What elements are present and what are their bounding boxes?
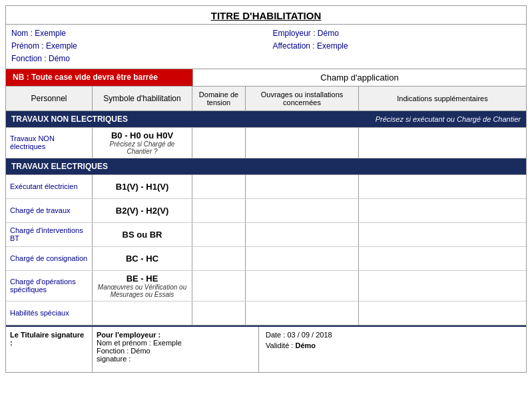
- section-elec-note: [192, 163, 526, 170]
- affectation-value: Exemple: [317, 41, 348, 51]
- prenom-value: Exemple: [46, 41, 77, 51]
- cell-personnel-charge-travaux: Chargé de travaux: [6, 199, 93, 222]
- cell-ouvrages-operations: [246, 271, 359, 301]
- info-left: Nom : Exemple Prénom : Exemple Fonction …: [11, 27, 260, 66]
- nom-label: Nom :: [11, 29, 35, 38]
- cell-domaine-executant: [192, 175, 246, 198]
- header-domaine: Domaine de tension: [192, 87, 246, 110]
- row-charge-travaux: Chargé de travaux B2(V) - H2(V): [6, 199, 526, 223]
- row-charge-consignation: Chargé de consignation BC - HC: [6, 247, 526, 271]
- champ-application: Champ d'application: [192, 69, 526, 86]
- section-elec-header: TRAVAUX ELECTRIQUES: [6, 158, 526, 175]
- cell-personnel-non-elec: Travaux NON électriques: [6, 128, 93, 158]
- row-charge-operations: Chargé d'opérations spécifiques BE - HE …: [6, 271, 526, 302]
- title-row: TITRE D'HABILITATION: [6, 6, 526, 25]
- cell-ouvrages-interventions: [246, 223, 359, 246]
- cell-personnel-executant: Exécutant électricien: [6, 175, 93, 198]
- cell-symbole-executant: B1(V) - H1(V): [93, 175, 192, 198]
- cell-domaine-habilites: [192, 302, 246, 325]
- nom-value: Exemple: [35, 29, 66, 38]
- champ-text: Champ d'application: [320, 73, 398, 83]
- affectation-label: Affectation :: [273, 41, 318, 51]
- section-non-elec-note: Précisez si exécutant ou Chargé de Chant…: [192, 112, 526, 126]
- row-travaux-non-elec: Travaux NON électriques B0 - H0 ou H0V P…: [6, 128, 526, 158]
- cell-personnel-consignation: Chargé de consignation: [6, 247, 93, 270]
- row-habilites-speciaux: Habilités spéciaux: [6, 302, 526, 325]
- nom-prenom-line: Nom et prénom : Exemple: [97, 339, 254, 347]
- cell-domaine-non-elec: [192, 128, 246, 158]
- cell-indications-consignation: [359, 247, 526, 270]
- footer-row: Le Titulaire signature : Pour l'employeu…: [6, 325, 526, 372]
- employeur-line: Employeur : Démo: [273, 27, 521, 40]
- column-headers: Personnel Symbole d'habilitation Domaine…: [6, 87, 526, 111]
- header-indications: Indications supplémentaires: [359, 87, 526, 110]
- section-non-elec-title: TRAVAUX NON ELECTRIQUES: [6, 111, 192, 127]
- nom-line: Nom : Exemple: [11, 27, 260, 40]
- fonction-label: Fonction :: [11, 54, 49, 63]
- cell-symbole-operations: BE - HE Manœuvres ou Vérification ou Mes…: [93, 271, 192, 301]
- cell-ouvrages-consignation: [246, 247, 359, 270]
- row-executant: Exécutant électricien B1(V) - H1(V): [6, 175, 526, 199]
- cell-indications-executant: [359, 175, 526, 198]
- cell-symbole-non-elec: B0 - H0 ou H0V Précisez si Chargé de Cha…: [93, 128, 192, 158]
- cell-domaine-interventions: [192, 223, 246, 246]
- cell-ouvrages-non-elec: [246, 128, 359, 158]
- fonction-line: Fonction : Démo: [11, 53, 260, 65]
- cell-indications-non-elec: [359, 128, 526, 158]
- page-title: TITRE D'HABILITATION: [211, 10, 322, 21]
- footer-signature: Le Titulaire signature :: [6, 327, 93, 372]
- info-section: Nom : Exemple Prénom : Exemple Fonction …: [6, 25, 526, 69]
- header-symbole: Symbole d'habilitation: [93, 87, 192, 110]
- cell-symbole-interventions: BS ou BR: [93, 223, 192, 246]
- affectation-line: Affectation : Exemple: [273, 40, 521, 53]
- row-charge-interventions: Chargé d'interventions BT BS ou BR: [6, 223, 526, 247]
- cell-symbole-habilites: [93, 302, 192, 325]
- cell-ouvrages-charge-travaux: [246, 199, 359, 222]
- cell-indications-interventions: [359, 223, 526, 246]
- validite-line: Validité : Démo: [266, 341, 519, 349]
- cell-indications-habilites: [359, 302, 526, 325]
- cell-domaine-charge-travaux: [192, 199, 246, 222]
- cell-ouvrages-executant: [246, 175, 359, 198]
- cell-domaine-consignation: [192, 247, 246, 270]
- pour-employeur-label: Pour l'employeur :: [97, 331, 254, 339]
- header-personnel: Personnel: [6, 87, 93, 110]
- footer-fonction-line: Fonction : Démo: [97, 347, 254, 355]
- cell-symbole-charge-travaux: B2(V) - H2(V): [93, 199, 192, 222]
- fonction-value: Démo: [49, 54, 70, 63]
- nb-text: NB : Toute case vide devra être barrée: [13, 73, 158, 82]
- prenom-line: Prénom : Exemple: [11, 40, 260, 53]
- footer-date: Date : 03 / 09 / 2018 Validité : Démo: [259, 327, 526, 372]
- cell-ouvrages-habilites: [246, 302, 359, 325]
- section-non-elec-header: TRAVAUX NON ELECTRIQUES Précisez si exéc…: [6, 111, 526, 128]
- nb-section: NB : Toute case vide devra être barrée C…: [6, 69, 526, 87]
- footer-signature-line: signature :: [97, 355, 254, 363]
- nb-warning: NB : Toute case vide devra être barrée: [6, 69, 192, 86]
- cell-indications-operations: [359, 271, 526, 301]
- info-right: Employeur : Démo Affectation : Exemple: [260, 27, 521, 66]
- footer-employer: Pour l'employeur : Nom et prénom : Exemp…: [93, 327, 259, 372]
- cell-domaine-operations: [192, 271, 246, 301]
- employeur-value: Démo: [318, 29, 339, 38]
- date-line: Date : 03 / 09 / 2018: [266, 331, 519, 339]
- cell-indications-charge-travaux: [359, 199, 526, 222]
- section-elec-title: TRAVAUX ELECTRIQUES: [6, 158, 192, 174]
- cell-symbole-consignation: BC - HC: [93, 247, 192, 270]
- header-ouvrages: Ouvrages ou installations concernées: [246, 87, 359, 110]
- cell-personnel-interventions: Chargé d'interventions BT: [6, 223, 93, 246]
- employeur-label: Employeur :: [273, 29, 318, 38]
- cell-personnel-operations: Chargé d'opérations spécifiques: [6, 271, 93, 301]
- cell-personnel-habilites: Habilités spéciaux: [6, 302, 93, 325]
- prenom-label: Prénom :: [11, 41, 46, 51]
- main-container: TITRE D'HABILITATION Nom : Exemple Préno…: [5, 5, 527, 373]
